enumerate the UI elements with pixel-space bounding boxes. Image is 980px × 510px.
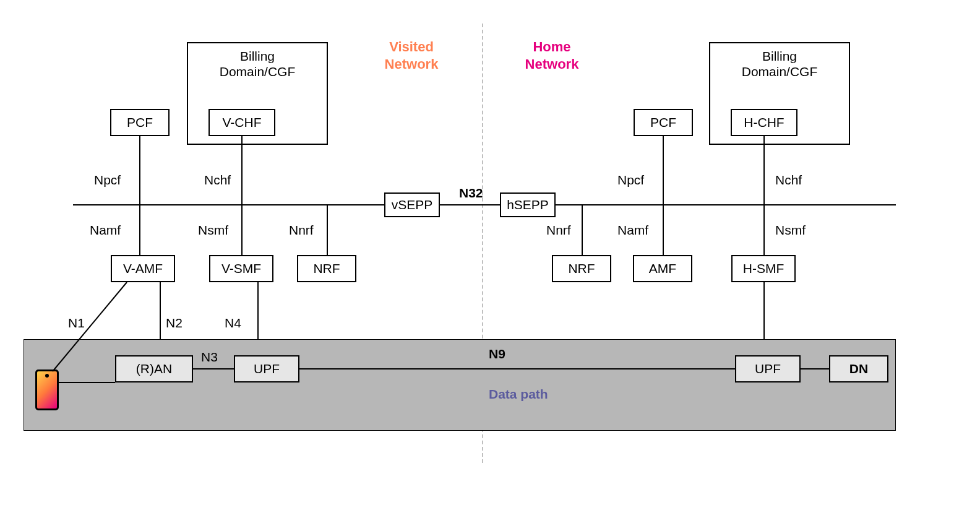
pcf-v-conn	[139, 136, 140, 204]
npcf-v-label: Npcf	[94, 173, 121, 188]
vsmf-conn	[241, 204, 243, 255]
vamf-conn	[139, 204, 140, 255]
nrf-v-conn	[327, 204, 328, 255]
visited-network-header: Visited Network	[362, 38, 461, 72]
dn-node: DN	[829, 355, 888, 382]
v-amf-node: V-AMF	[111, 255, 175, 282]
n2-label: N2	[166, 316, 183, 331]
ue-device-icon	[35, 370, 59, 410]
n9-link	[299, 368, 735, 370]
n9-label: N9	[489, 347, 505, 361]
hchf-conn	[763, 136, 765, 204]
h-chf-node: H-CHF	[731, 109, 797, 136]
vchf-conn	[241, 136, 243, 204]
upf-visited-node: UPF	[234, 355, 299, 382]
ran-node: (R)AN	[115, 355, 193, 382]
n32-label: N32	[459, 186, 483, 201]
v-chf-node: V-CHF	[208, 109, 275, 136]
pcf-h-conn	[663, 136, 664, 204]
pcf-visited-node: PCF	[110, 109, 170, 136]
amf-home-node: AMF	[633, 255, 692, 282]
nsmf-v-label: Nsmf	[198, 223, 228, 238]
upf-home-node: UPF	[735, 355, 801, 382]
nrf-h-conn	[582, 204, 583, 255]
upf-dn-link	[801, 368, 829, 370]
nnrf-h-label: Nnrf	[546, 223, 571, 238]
nrf-visited-node: NRF	[297, 255, 356, 282]
nsmf-h-label: Nsmf	[775, 223, 806, 238]
ran-ue-link	[59, 382, 115, 383]
pcf-home-node: PCF	[634, 109, 693, 136]
nchf-v-label: Nchf	[204, 173, 231, 188]
namf-v-label: Namf	[90, 223, 121, 238]
v-smf-node: V-SMF	[209, 255, 273, 282]
amf-h-conn	[663, 204, 664, 255]
nchf-h-label: Nchf	[775, 173, 802, 188]
h-smf-node: H-SMF	[731, 255, 796, 282]
service-bus-line	[73, 204, 896, 205]
data-path-area	[24, 339, 896, 431]
n1-label: N1	[68, 316, 85, 331]
hsepp-node: hSEPP	[500, 192, 556, 217]
n4-label: N4	[225, 316, 241, 331]
hsmf-conn	[763, 204, 765, 255]
home-network-header: Home Network	[502, 38, 601, 72]
n3-label: N3	[201, 350, 218, 365]
namf-h-label: Namf	[617, 223, 648, 238]
npcf-h-label: Npcf	[617, 173, 644, 188]
vsepp-node: vSEPP	[384, 192, 440, 217]
nrf-home-node: NRF	[552, 255, 611, 282]
nnrf-v-label: Nnrf	[289, 223, 314, 238]
data-path-label: Data path	[489, 387, 548, 402]
n3-link	[193, 368, 234, 370]
